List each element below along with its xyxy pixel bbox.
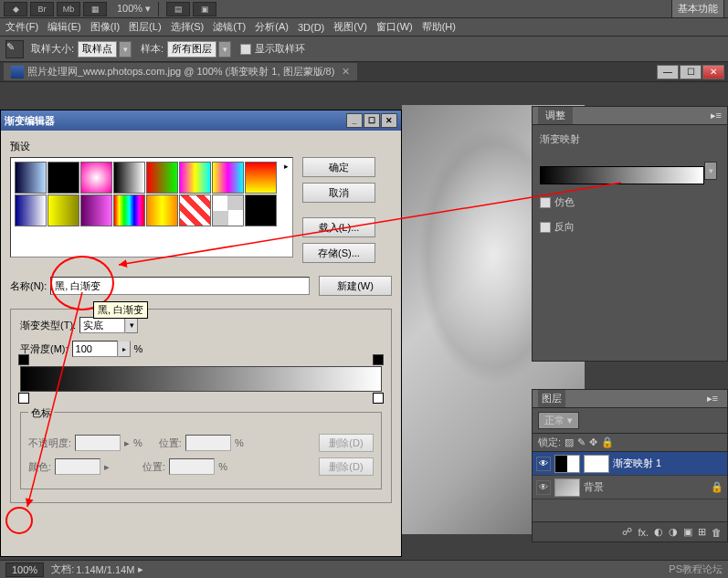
show-sampling-ring-checkbox[interactable] bbox=[240, 44, 251, 55]
delete-layer-icon[interactable]: 🗑 bbox=[712, 527, 722, 538]
sample-layers-select[interactable]: 所有图层 bbox=[167, 41, 216, 58]
menu-filter[interactable]: 滤镜(T) bbox=[213, 20, 246, 34]
lock-pixels-icon[interactable]: ✎ bbox=[577, 436, 586, 448]
preset-swatch[interactable] bbox=[80, 194, 112, 226]
adjustment-layer-icon[interactable]: ◑ bbox=[669, 526, 678, 538]
menu-3d[interactable]: 3D(D) bbox=[298, 22, 324, 33]
preset-swatch[interactable] bbox=[15, 194, 47, 226]
menu-edit[interactable]: 编辑(E) bbox=[47, 20, 81, 34]
preset-swatch[interactable] bbox=[212, 194, 244, 226]
layer-row[interactable]: 👁渐变映射 1 bbox=[533, 452, 727, 476]
group-icon[interactable]: ▣ bbox=[683, 526, 692, 538]
lock-transparency-icon[interactable]: ▨ bbox=[564, 436, 574, 448]
dither-checkbox[interactable] bbox=[540, 197, 551, 208]
preset-flyout-icon[interactable]: ▸ bbox=[284, 162, 289, 171]
color-picker-icon[interactable]: ▸ bbox=[104, 461, 110, 473]
opacity-stepper-icon[interactable]: ▸ bbox=[124, 437, 130, 449]
status-flyout-icon[interactable]: ▸ bbox=[138, 563, 143, 575]
opacity-stop-left[interactable] bbox=[18, 354, 29, 365]
visibility-toggle-icon[interactable]: 👁 bbox=[536, 480, 551, 495]
layers-tab[interactable]: 图层 bbox=[538, 390, 565, 407]
opacity-field[interactable] bbox=[75, 435, 121, 451]
layer-fx-icon[interactable]: fx. bbox=[638, 527, 649, 538]
color-stop-left[interactable] bbox=[18, 393, 29, 404]
doc-close-button[interactable]: ✕ bbox=[702, 65, 724, 79]
color-position-field[interactable] bbox=[169, 458, 215, 475]
gradient-bar[interactable] bbox=[20, 366, 382, 392]
preset-swatch[interactable] bbox=[113, 162, 145, 194]
dialog-titlebar[interactable]: 渐变编辑器 _ ☐ ✕ bbox=[1, 110, 401, 131]
preset-swatch[interactable] bbox=[146, 162, 178, 194]
menu-layer[interactable]: 图层(L) bbox=[129, 20, 161, 34]
menu-help[interactable]: 帮助(H) bbox=[422, 20, 456, 34]
ok-button[interactable]: 确定 bbox=[302, 157, 375, 177]
preset-swatch[interactable] bbox=[113, 194, 145, 226]
new-button[interactable]: 新建(W) bbox=[319, 276, 392, 296]
gradient-preview-bar[interactable] bbox=[540, 166, 704, 184]
preset-swatch[interactable] bbox=[47, 162, 79, 194]
preset-swatch[interactable] bbox=[179, 194, 211, 226]
gradient-type-dropdown-icon[interactable] bbox=[125, 317, 138, 333]
reverse-checkbox[interactable] bbox=[540, 222, 551, 233]
save-button[interactable]: 存储(S)... bbox=[302, 243, 375, 263]
link-layers-icon[interactable]: ☍ bbox=[622, 526, 632, 538]
delete-opacity-stop-button[interactable]: 删除(D) bbox=[319, 434, 374, 452]
menu-image[interactable]: 图像(I) bbox=[90, 20, 120, 34]
layer-row[interactable]: 👁背景🔒 bbox=[533, 476, 727, 499]
dialog-maximize-button[interactable]: ☐ bbox=[364, 113, 380, 128]
cancel-button[interactable]: 取消 bbox=[302, 183, 375, 203]
gradient-type-select[interactable]: 实底 bbox=[79, 317, 125, 333]
preset-swatch[interactable] bbox=[179, 162, 211, 194]
preset-swatch[interactable] bbox=[146, 194, 178, 226]
status-zoom[interactable]: 100% bbox=[5, 562, 44, 577]
preset-swatch[interactable] bbox=[245, 162, 277, 194]
adjustments-tab[interactable]: 调整 bbox=[538, 107, 573, 124]
lock-all-icon[interactable]: 🔒 bbox=[601, 436, 614, 448]
new-layer-icon[interactable]: ⊞ bbox=[698, 526, 706, 538]
doc-maximize-button[interactable]: ☐ bbox=[680, 65, 702, 79]
layer-mask-icon[interactable]: ◐ bbox=[654, 526, 663, 538]
sample-layers-dropdown-icon[interactable] bbox=[218, 41, 231, 58]
bridge-button[interactable]: Br bbox=[30, 2, 54, 16]
opacity-stop-right[interactable] bbox=[373, 354, 384, 365]
doc-minimize-button[interactable]: — bbox=[657, 65, 679, 79]
blend-mode-select[interactable]: 正常 ▾ bbox=[538, 412, 579, 429]
menu-view[interactable]: 视图(V) bbox=[333, 20, 367, 34]
panel-menu-icon[interactable]: ▸≡ bbox=[711, 110, 722, 121]
color-stop-right[interactable] bbox=[373, 393, 384, 404]
arrange-docs-button[interactable]: ▤ bbox=[166, 2, 190, 16]
menu-analysis[interactable]: 分析(A) bbox=[255, 20, 289, 34]
gradient-dropdown-icon[interactable] bbox=[704, 162, 717, 180]
screen-mode-button[interactable]: ▣ bbox=[193, 2, 216, 16]
lock-position-icon[interactable]: ✥ bbox=[589, 436, 597, 448]
preset-swatch[interactable] bbox=[80, 162, 112, 194]
sample-size-select[interactable]: 取样点 bbox=[78, 41, 117, 58]
preset-swatch[interactable] bbox=[245, 194, 277, 226]
eyedropper-tool-icon[interactable]: ✎ bbox=[5, 40, 24, 58]
smoothness-input[interactable]: 100 bbox=[72, 341, 118, 357]
smoothness-stepper-icon[interactable]: ▸ bbox=[118, 341, 131, 357]
document-close-icon[interactable]: ✕ bbox=[342, 66, 350, 78]
menu-window[interactable]: 窗口(W) bbox=[376, 20, 413, 34]
menu-file[interactable]: 文件(F) bbox=[5, 20, 38, 34]
menu-select[interactable]: 选择(S) bbox=[171, 20, 205, 34]
preset-swatch[interactable] bbox=[15, 162, 47, 194]
minibridge-button[interactable]: Mb bbox=[57, 2, 80, 16]
document-tab[interactable]: 照片处理网_www.photops.com.jpg @ 100% (渐变映射 1… bbox=[4, 63, 357, 80]
preset-swatch[interactable] bbox=[47, 194, 79, 226]
dialog-minimize-button[interactable]: _ bbox=[346, 113, 363, 128]
app-icon-ps[interactable]: ◆ bbox=[4, 2, 27, 16]
zoom-level-select[interactable]: 100% ▾ bbox=[117, 3, 151, 15]
delete-color-stop-button[interactable]: 删除(D) bbox=[319, 457, 374, 476]
workspace-button[interactable]: 基本功能 bbox=[671, 0, 724, 18]
dialog-close-button[interactable]: ✕ bbox=[381, 113, 397, 128]
gradient-name-input[interactable] bbox=[50, 277, 310, 295]
opacity-position-field[interactable] bbox=[185, 435, 231, 451]
preset-swatch[interactable] bbox=[212, 162, 244, 194]
layers-panel-menu-icon[interactable]: ▸≡ bbox=[703, 391, 722, 406]
view-extras-button[interactable]: ▦ bbox=[83, 2, 107, 16]
sample-size-dropdown-icon[interactable] bbox=[119, 41, 132, 58]
color-swatch-field[interactable] bbox=[55, 458, 100, 475]
load-button[interactable]: 载入(L)... bbox=[302, 217, 375, 237]
visibility-toggle-icon[interactable]: 👁 bbox=[536, 457, 551, 471]
